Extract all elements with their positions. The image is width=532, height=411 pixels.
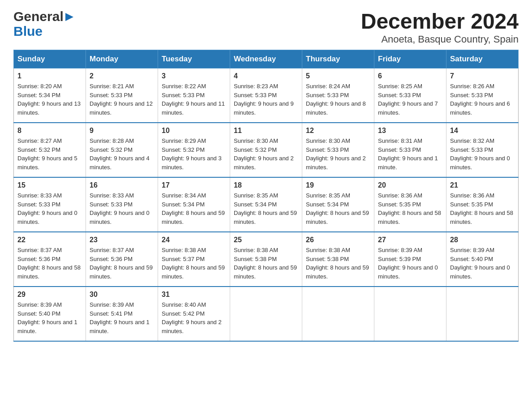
calendar-subtitle: Anoeta, Basque Country, Spain xyxy=(361,34,519,45)
day-info: Sunrise: 8:25 AM Sunset: 5:33 PM Dayligh… xyxy=(378,82,442,117)
day-info: Sunrise: 8:40 AM Sunset: 5:42 PM Dayligh… xyxy=(162,300,226,335)
day-info: Sunrise: 8:21 AM Sunset: 5:33 PM Dayligh… xyxy=(90,82,154,117)
table-row: 25 Sunrise: 8:38 AM Sunset: 5:38 PM Dayl… xyxy=(230,232,302,287)
day-info: Sunrise: 8:35 AM Sunset: 5:34 PM Dayligh… xyxy=(306,191,370,226)
day-info: Sunrise: 8:36 AM Sunset: 5:35 PM Dayligh… xyxy=(378,191,442,226)
day-number: 13 xyxy=(378,127,442,135)
day-number: 25 xyxy=(234,236,298,244)
header-wednesday: Wednesday xyxy=(230,50,302,68)
day-number: 6 xyxy=(378,72,442,80)
page-header: General Blue December 2024 Anoeta, Basqu… xyxy=(13,9,519,45)
day-info: Sunrise: 8:33 AM Sunset: 5:33 PM Dayligh… xyxy=(17,191,82,226)
table-row: 4 Sunrise: 8:23 AM Sunset: 5:33 PM Dayli… xyxy=(230,68,302,123)
header-friday: Friday xyxy=(374,50,446,68)
day-number: 30 xyxy=(90,291,154,299)
table-row: 19 Sunrise: 8:35 AM Sunset: 5:34 PM Dayl… xyxy=(302,177,374,232)
table-row xyxy=(374,287,446,341)
logo-general: General xyxy=(13,9,64,24)
table-row: 13 Sunrise: 8:31 AM Sunset: 5:33 PM Dayl… xyxy=(374,123,446,177)
header-thursday: Thursday xyxy=(302,50,374,68)
calendar-table: Sunday Monday Tuesday Wednesday Thursday… xyxy=(13,50,519,342)
day-number: 28 xyxy=(450,236,515,244)
day-info: Sunrise: 8:20 AM Sunset: 5:34 PM Dayligh… xyxy=(17,82,82,117)
day-info: Sunrise: 8:28 AM Sunset: 5:32 PM Dayligh… xyxy=(90,137,154,171)
day-info: Sunrise: 8:38 AM Sunset: 5:38 PM Dayligh… xyxy=(234,246,298,281)
table-row: 3 Sunrise: 8:22 AM Sunset: 5:33 PM Dayli… xyxy=(158,68,230,123)
table-row: 20 Sunrise: 8:36 AM Sunset: 5:35 PM Dayl… xyxy=(374,177,446,232)
header-tuesday: Tuesday xyxy=(158,50,230,68)
day-info: Sunrise: 8:23 AM Sunset: 5:33 PM Dayligh… xyxy=(234,82,298,117)
day-info: Sunrise: 8:32 AM Sunset: 5:33 PM Dayligh… xyxy=(450,137,515,171)
table-row: 16 Sunrise: 8:33 AM Sunset: 5:33 PM Dayl… xyxy=(86,177,158,232)
calendar-week-row: 29 Sunrise: 8:39 AM Sunset: 5:40 PM Dayl… xyxy=(14,287,519,341)
svg-marker-0 xyxy=(65,13,73,21)
day-info: Sunrise: 8:39 AM Sunset: 5:40 PM Dayligh… xyxy=(17,300,82,335)
title-block: December 2024 Anoeta, Basque Country, Sp… xyxy=(361,9,519,45)
table-row: 12 Sunrise: 8:30 AM Sunset: 5:33 PM Dayl… xyxy=(302,123,374,177)
day-number: 14 xyxy=(450,127,515,135)
table-row: 10 Sunrise: 8:29 AM Sunset: 5:32 PM Dayl… xyxy=(158,123,230,177)
table-row: 30 Sunrise: 8:39 AM Sunset: 5:41 PM Dayl… xyxy=(86,287,158,341)
day-number: 23 xyxy=(90,236,154,244)
table-row: 31 Sunrise: 8:40 AM Sunset: 5:42 PM Dayl… xyxy=(158,287,230,341)
day-number: 11 xyxy=(234,127,298,135)
table-row xyxy=(302,287,374,341)
day-number: 24 xyxy=(162,236,226,244)
day-number: 10 xyxy=(162,127,226,135)
day-info: Sunrise: 8:38 AM Sunset: 5:37 PM Dayligh… xyxy=(162,246,226,281)
calendar-week-row: 8 Sunrise: 8:27 AM Sunset: 5:32 PM Dayli… xyxy=(14,123,519,177)
day-info: Sunrise: 8:29 AM Sunset: 5:32 PM Dayligh… xyxy=(162,137,226,171)
day-info: Sunrise: 8:35 AM Sunset: 5:34 PM Dayligh… xyxy=(234,191,298,226)
calendar-week-row: 22 Sunrise: 8:37 AM Sunset: 5:36 PM Dayl… xyxy=(14,232,519,287)
table-row: 11 Sunrise: 8:30 AM Sunset: 5:32 PM Dayl… xyxy=(230,123,302,177)
calendar-week-row: 1 Sunrise: 8:20 AM Sunset: 5:34 PM Dayli… xyxy=(14,68,519,123)
day-number: 27 xyxy=(378,236,442,244)
table-row: 23 Sunrise: 8:37 AM Sunset: 5:36 PM Dayl… xyxy=(86,232,158,287)
day-number: 7 xyxy=(450,72,515,80)
day-number: 9 xyxy=(90,127,154,135)
table-row: 24 Sunrise: 8:38 AM Sunset: 5:37 PM Dayl… xyxy=(158,232,230,287)
day-number: 5 xyxy=(306,72,370,80)
table-row: 26 Sunrise: 8:38 AM Sunset: 5:38 PM Dayl… xyxy=(302,232,374,287)
day-number: 22 xyxy=(17,236,82,244)
day-number: 17 xyxy=(162,181,226,189)
day-number: 16 xyxy=(90,181,154,189)
table-row: 7 Sunrise: 8:26 AM Sunset: 5:33 PM Dayli… xyxy=(446,68,519,123)
header-sunday: Sunday xyxy=(14,50,86,68)
day-number: 2 xyxy=(90,72,154,80)
day-number: 12 xyxy=(306,127,370,135)
day-info: Sunrise: 8:33 AM Sunset: 5:33 PM Dayligh… xyxy=(90,191,154,226)
table-row: 17 Sunrise: 8:34 AM Sunset: 5:34 PM Dayl… xyxy=(158,177,230,232)
day-number: 8 xyxy=(17,127,82,135)
table-row: 8 Sunrise: 8:27 AM Sunset: 5:32 PM Dayli… xyxy=(14,123,86,177)
logo-triangle-icon xyxy=(64,12,74,22)
table-row: 22 Sunrise: 8:37 AM Sunset: 5:36 PM Dayl… xyxy=(14,232,86,287)
table-row: 2 Sunrise: 8:21 AM Sunset: 5:33 PM Dayli… xyxy=(86,68,158,123)
table-row: 21 Sunrise: 8:36 AM Sunset: 5:35 PM Dayl… xyxy=(446,177,519,232)
day-number: 15 xyxy=(17,181,82,189)
table-row: 6 Sunrise: 8:25 AM Sunset: 5:33 PM Dayli… xyxy=(374,68,446,123)
day-info: Sunrise: 8:31 AM Sunset: 5:33 PM Dayligh… xyxy=(378,137,442,171)
day-info: Sunrise: 8:34 AM Sunset: 5:34 PM Dayligh… xyxy=(162,191,226,226)
day-number: 3 xyxy=(162,72,226,80)
table-row: 5 Sunrise: 8:24 AM Sunset: 5:33 PM Dayli… xyxy=(302,68,374,123)
day-number: 20 xyxy=(378,181,442,189)
calendar-title: December 2024 xyxy=(361,9,519,34)
day-number: 29 xyxy=(17,291,82,299)
table-row xyxy=(446,287,519,341)
calendar-week-row: 15 Sunrise: 8:33 AM Sunset: 5:33 PM Dayl… xyxy=(14,177,519,232)
day-number: 1 xyxy=(17,72,82,80)
weekday-header-row: Sunday Monday Tuesday Wednesday Thursday… xyxy=(14,50,519,68)
day-info: Sunrise: 8:39 AM Sunset: 5:39 PM Dayligh… xyxy=(378,246,442,281)
day-info: Sunrise: 8:37 AM Sunset: 5:36 PM Dayligh… xyxy=(17,246,82,281)
logo: General Blue xyxy=(13,9,74,39)
table-row xyxy=(230,287,302,341)
day-number: 4 xyxy=(234,72,298,80)
day-number: 31 xyxy=(162,291,226,299)
table-row: 28 Sunrise: 8:39 AM Sunset: 5:40 PM Dayl… xyxy=(446,232,519,287)
table-row: 15 Sunrise: 8:33 AM Sunset: 5:33 PM Dayl… xyxy=(14,177,86,232)
day-info: Sunrise: 8:36 AM Sunset: 5:35 PM Dayligh… xyxy=(450,191,515,226)
header-saturday: Saturday xyxy=(446,50,519,68)
day-info: Sunrise: 8:30 AM Sunset: 5:32 PM Dayligh… xyxy=(234,137,298,171)
header-monday: Monday xyxy=(86,50,158,68)
